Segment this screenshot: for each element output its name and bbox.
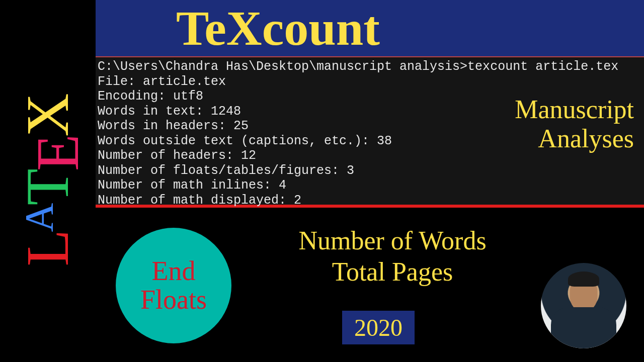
latex-logo: LATEX xyxy=(13,96,83,266)
circle-line1: End xyxy=(152,256,196,286)
page-title: TeXcount xyxy=(176,0,380,56)
overlay-line1: Manuscript xyxy=(515,95,634,124)
latex-letter-l: L xyxy=(14,232,81,266)
feature-line1: Number of Words xyxy=(298,226,486,255)
main-panel: TeXcount C:\Users\Chandra Has\Desktop\ma… xyxy=(96,0,644,362)
latex-letter-x: X xyxy=(14,96,81,137)
latex-letter-a: A xyxy=(17,206,61,232)
latex-letter-e: E xyxy=(24,137,91,171)
terminal-line: File: article.tex xyxy=(98,74,642,89)
circle-line2: Floats xyxy=(140,285,207,315)
manuscript-analyses-label: Manuscript Analyses xyxy=(515,95,634,153)
latex-letter-t: T xyxy=(14,171,81,205)
feature-line2: Total Pages xyxy=(332,257,453,286)
terminal-line: Number of math displayed: 2 xyxy=(98,193,642,208)
terminal-line: Number of floats/tables/figures: 3 xyxy=(98,163,642,178)
title-bar: TeXcount xyxy=(96,0,644,56)
terminal-output: C:\Users\Chandra Has\Desktop\manuscript … xyxy=(96,56,644,205)
bottom-panel: End Floats Number of Words Total Pages 2… xyxy=(96,208,644,361)
end-floats-badge: End Floats xyxy=(116,228,231,343)
latex-sidebar: LATEX xyxy=(0,0,96,362)
year-badge: 2020 xyxy=(342,311,415,344)
terminal-line: C:\Users\Chandra Has\Desktop\manuscript … xyxy=(98,59,642,74)
presenter-avatar xyxy=(541,263,626,348)
feature-text: Number of Words Total Pages xyxy=(242,225,543,288)
terminal-line: Number of math inlines: 4 xyxy=(98,178,642,193)
overlay-line2: Analyses xyxy=(538,124,634,153)
avatar-body xyxy=(551,307,616,348)
